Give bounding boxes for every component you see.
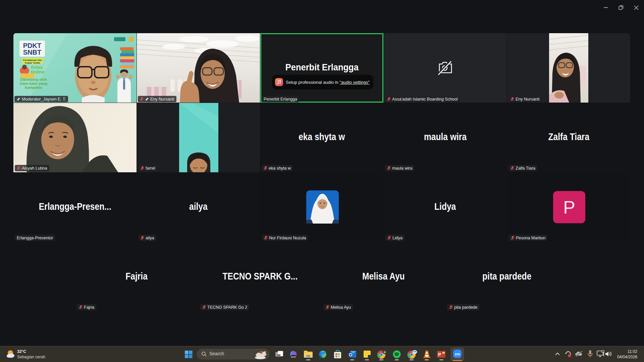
svg-text:Kelas: Kelas bbox=[31, 65, 43, 70]
svg-text:P: P bbox=[438, 352, 441, 357]
svg-text:SNBT: SNBT bbox=[23, 49, 41, 56]
svg-text:Dibimbing oleh: Dibimbing oleh bbox=[20, 77, 47, 81]
svg-text:Kupas Tuntas: Kupas Tuntas bbox=[25, 62, 40, 64]
svg-text:M365: M365 bbox=[291, 356, 296, 358]
svg-text:A: A bbox=[384, 351, 386, 354]
svg-text:tutor-tutor yang: tutor-tutor yang bbox=[20, 81, 47, 85]
svg-text:kompeten: kompeten bbox=[25, 85, 42, 89]
svg-text:PDKT: PDKT bbox=[23, 42, 41, 49]
svg-text:Pendalaman Dan: Pendalaman Dan bbox=[23, 59, 42, 61]
